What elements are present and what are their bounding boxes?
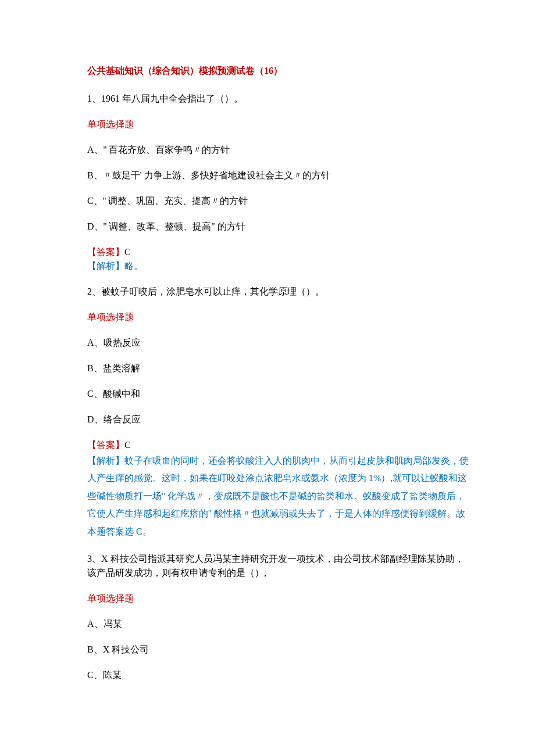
question-2-text: 2、被蚊子叮咬后，涂肥皂水可以止痒，其化学原理（）。	[87, 285, 471, 299]
document-page: 公共基础知识（综合知识）模拟预测试卷（16） 1、1961 年八届九中全会指出了…	[0, 0, 535, 756]
question-1-option-d: D、'' 调整、改革、整顿、提高" 的方针	[87, 220, 471, 234]
question-3-option-c: C、陈某	[87, 668, 471, 682]
answer-value: C	[124, 440, 131, 450]
question-2-option-b: B、盐类溶解	[87, 361, 471, 375]
question-2-option-c: C、酸碱中和	[87, 387, 471, 401]
question-2-option-a: A、吸热反应	[87, 336, 471, 350]
analysis-label: 【解析】	[87, 456, 124, 465]
analysis-text: 略。	[124, 261, 143, 271]
analysis-text: 蚊子在吸血的同时，还会将蚁酸注入人的肌肉中，从而引起皮肤和肌肉局部发炎，使人产生…	[87, 456, 469, 536]
answer-label: 【答案】	[87, 440, 124, 450]
question-1-option-b: B、〃鼓足干' 力争上游、多快好省地建设社会主义〃的方针	[87, 169, 471, 182]
question-2-type: 单项选择题	[87, 310, 471, 324]
question-1-type: 单项选择题	[87, 117, 471, 131]
question-3-option-a: A、冯某	[87, 617, 471, 631]
question-3-text: 3、X 科技公司指派其研究人员冯某主持研究开发一项技术，由公司技术部副经理陈某协…	[87, 552, 471, 580]
analysis-label: 【解析】	[87, 261, 124, 271]
question-1-option-a: A、'' 百花齐放、百家争鸣〃的方针	[87, 143, 471, 157]
question-3-type: 单项选择题	[87, 592, 471, 605]
question-1-option-c: C、'' 调整、巩固、充实、提高〃的方针	[87, 194, 471, 208]
question-2-answer-block: 【答案】C 【解析】蚊子在吸血的同时，还会将蚁酸注入人的肌肉中，从而引起皮肤和肌…	[87, 438, 471, 540]
question-1-text: 1、1961 年八届九中全会指出了（）。	[87, 92, 471, 106]
question-1-answer-block: 【答案】C 【解析】略。	[87, 245, 471, 273]
question-2-analysis: 【解析】蚊子在吸血的同时，还会将蚁酸注入人的肌肉中，从而引起皮肤和肌肉局部发炎，…	[87, 452, 471, 540]
answer-value: C	[124, 247, 131, 257]
answer-label: 【答案】	[87, 247, 124, 257]
question-3-option-b: B、X 科技公司	[87, 643, 471, 657]
document-title: 公共基础知识（综合知识）模拟预测试卷（16）	[87, 64, 471, 78]
question-2-option-d: D、络合反应	[87, 413, 471, 427]
